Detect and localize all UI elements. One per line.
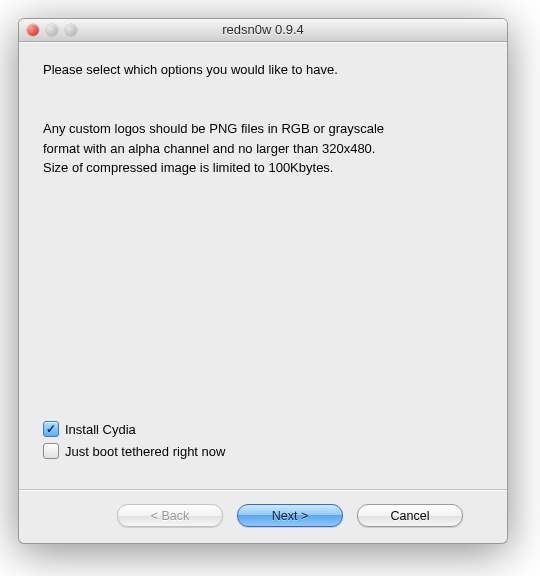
option-label: Install Cydia — [65, 422, 136, 437]
info-line: Size of compressed image is limited to 1… — [43, 160, 333, 175]
content-area: Please select which options you would li… — [19, 42, 507, 543]
minimize-icon[interactable] — [46, 24, 58, 36]
checkbox-icon[interactable] — [43, 443, 59, 459]
prompt-text: Please select which options you would li… — [43, 62, 483, 77]
info-line: Any custom logos should be PNG files in … — [43, 121, 384, 136]
app-window: redsn0w 0.9.4 Please select which option… — [18, 18, 508, 544]
cancel-button[interactable]: Cancel — [357, 504, 463, 527]
window-title: redsn0w 0.9.4 — [19, 19, 507, 41]
option-install-cydia[interactable]: Install Cydia — [43, 421, 483, 437]
checkbox-icon[interactable] — [43, 421, 59, 437]
zoom-icon[interactable] — [65, 24, 77, 36]
option-label: Just boot tethered right now — [65, 444, 225, 459]
titlebar: redsn0w 0.9.4 — [19, 19, 507, 42]
close-icon[interactable] — [27, 24, 39, 36]
next-button[interactable]: Next > — [237, 504, 343, 527]
info-text: Any custom logos should be PNG files in … — [43, 119, 483, 178]
options-group: Install Cydia Just boot tethered right n… — [43, 415, 483, 465]
info-line: format with an alpha channel and no larg… — [43, 141, 375, 156]
button-row: < Back Next > Cancel — [43, 490, 483, 543]
traffic-lights — [27, 19, 77, 41]
back-button: < Back — [117, 504, 223, 527]
option-boot-tethered[interactable]: Just boot tethered right now — [43, 443, 483, 459]
